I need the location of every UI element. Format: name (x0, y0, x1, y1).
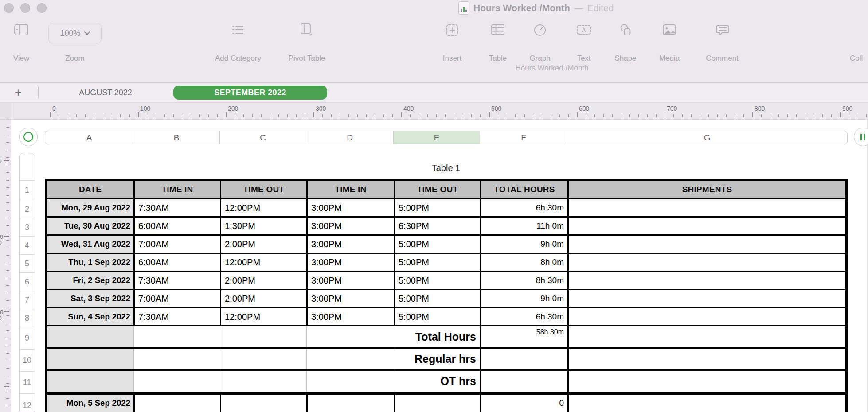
cell-date[interactable]: Mon, 5 Sep 2022 (47, 395, 133, 412)
cell-time-out-1[interactable]: 12:00PM (220, 308, 306, 325)
cell-time-out-2[interactable]: 5:00PM (394, 290, 480, 307)
cell-time-out-2[interactable] (394, 395, 480, 412)
cell-time-out-1[interactable]: 2:00PM (220, 236, 306, 253)
cell-empty[interactable] (220, 349, 306, 369)
cell-time-in-1[interactable]: 7:00AM (133, 236, 220, 253)
column-header-c[interactable]: C (220, 131, 306, 144)
header-total-hours[interactable]: TOTAL HOURS (480, 181, 567, 198)
cell-summary-value[interactable] (480, 371, 567, 392)
column-header-a[interactable]: A (45, 131, 133, 144)
cell-shipments[interactable] (567, 308, 845, 325)
cell-time-in-1[interactable]: 6:00AM (133, 254, 220, 271)
cell-shipments[interactable] (567, 218, 845, 234)
row-header-9[interactable]: 9 (20, 327, 35, 350)
cell-total[interactable]: 9h 0m (480, 236, 567, 253)
column-header-f[interactable]: F (480, 131, 567, 144)
cell-empty[interactable] (133, 349, 220, 369)
cell-time-out-1[interactable]: 12:00PM (220, 254, 306, 271)
cell-date[interactable]: Thu, 1 Sep 2022 (47, 254, 133, 271)
cell-empty[interactable] (47, 349, 133, 369)
sheet-tab-september-2022[interactable]: SEPTEMBER 2022 (173, 86, 327, 100)
header-date[interactable]: DATE (47, 181, 133, 198)
cell-total[interactable]: 8h 30m (480, 272, 567, 289)
cell-empty[interactable] (306, 326, 394, 347)
row-header-5[interactable]: 5 (20, 255, 35, 273)
cell-time-in-2[interactable]: 3:00PM (306, 290, 394, 307)
cell-date[interactable]: Sun, 4 Sep 2022 (47, 308, 133, 325)
cell-date[interactable]: Fri, 2 Sep 2022 (47, 272, 133, 289)
cell-time-in-2[interactable]: 3:00PM (306, 218, 394, 234)
cell-time-in-1[interactable] (133, 395, 220, 412)
cell-empty[interactable] (306, 349, 394, 369)
cell-shipments[interactable] (567, 395, 845, 412)
row-header-7[interactable]: 7 (20, 291, 35, 309)
cell-time-in-1[interactable]: 7:30AM (133, 199, 220, 216)
cell-time-out-2[interactable]: 6:30PM (394, 218, 480, 234)
minimize-window-icon[interactable] (20, 3, 30, 13)
cell-date[interactable]: Mon, 29 Aug 2022 (47, 199, 133, 216)
cell-summary-value[interactable]: 58h 30m (480, 326, 567, 347)
cell-time-in-1[interactable]: 7:30AM (133, 272, 220, 289)
cell-empty[interactable] (220, 371, 306, 392)
cell-time-out-2[interactable]: 5:00PM (394, 272, 480, 289)
cell-time-out-1[interactable]: 12:00PM (220, 199, 306, 216)
cell-total[interactable]: 11h 0m (480, 218, 567, 234)
cell-time-out-2[interactable]: 5:00PM (394, 199, 480, 216)
cell-empty[interactable] (47, 371, 133, 392)
cell-time-out-1[interactable]: 1:30PM (220, 218, 306, 234)
header-shipments[interactable]: SHIPMENTS (567, 181, 845, 198)
zoom-window-icon[interactable] (37, 3, 47, 13)
cell-time-out-2[interactable]: 5:00PM (394, 236, 480, 253)
header-time-in-2[interactable]: TIME IN (306, 181, 394, 198)
header-time-out-2[interactable]: TIME OUT (394, 181, 480, 198)
cell-time-out-2[interactable]: 5:00PM (394, 254, 480, 271)
cell-time-out-1[interactable] (220, 395, 306, 412)
cell-summary-label[interactable]: Total Hours (394, 326, 480, 347)
cell-time-in-2[interactable]: 3:00PM (306, 308, 394, 325)
cell-empty[interactable] (47, 326, 133, 347)
cell-total[interactable]: 6h 30m (480, 308, 567, 325)
cell-empty[interactable] (133, 326, 220, 347)
zoom-dropdown[interactable]: 100% (48, 23, 102, 43)
cell-total[interactable]: 6h 30m (480, 199, 567, 216)
cell-summary-label[interactable]: OT hrs (394, 371, 480, 392)
row-header-6[interactable]: 6 (20, 273, 35, 291)
cell-empty[interactable] (220, 326, 306, 347)
cell-shipments[interactable] (567, 236, 845, 253)
row-header-12[interactable]: 12 (20, 394, 35, 412)
cell-shipments[interactable] (567, 326, 845, 347)
column-header-d[interactable]: D (306, 131, 394, 144)
row-header-8[interactable]: 8 (20, 309, 35, 327)
cell-summary-value[interactable] (480, 349, 567, 369)
header-time-out-1[interactable]: TIME OUT (220, 181, 306, 198)
table-title[interactable]: Table 1 (432, 163, 461, 173)
row-header-4[interactable]: 4 (20, 237, 35, 255)
cell-time-out-2[interactable]: 5:00PM (394, 308, 480, 325)
cell-time-out-1[interactable]: 2:00PM (220, 272, 306, 289)
row-header-1[interactable]: 1 (20, 181, 35, 200)
cell-date[interactable]: Sat, 3 Sep 2022 (47, 290, 133, 307)
collaborate-button[interactable]: Coll (850, 54, 863, 63)
cell-shipments[interactable] (567, 349, 845, 369)
cell-total[interactable]: 0 (480, 395, 567, 412)
cell-shipments[interactable] (567, 371, 845, 392)
cell-shipments[interactable] (567, 272, 845, 289)
column-header-b[interactable]: B (133, 131, 220, 144)
column-header-e-selected[interactable]: E (394, 131, 480, 144)
cell-total[interactable]: 9h 0m (480, 290, 567, 307)
add-sheet-button[interactable]: + (12, 83, 25, 102)
cell-empty[interactable] (306, 371, 394, 392)
cell-shipments[interactable] (567, 254, 845, 271)
column-header-g[interactable]: G (567, 131, 847, 144)
row-header-2[interactable]: 2 (20, 200, 35, 218)
cell-time-out-1[interactable]: 2:00PM (220, 290, 306, 307)
cell-time-in-1[interactable]: 6:00AM (133, 218, 220, 234)
cell-time-in-2[interactable] (306, 395, 394, 412)
row-header-blank[interactable] (20, 153, 35, 181)
close-window-icon[interactable] (4, 3, 14, 13)
cell-summary-label[interactable]: Regular hrs (394, 349, 480, 369)
row-header-11[interactable]: 11 (20, 372, 35, 394)
cell-time-in-1[interactable]: 7:30AM (133, 308, 220, 325)
cell-date[interactable]: Wed, 31 Aug 2022 (47, 236, 133, 253)
cell-time-in-1[interactable]: 7:00AM (133, 290, 220, 307)
